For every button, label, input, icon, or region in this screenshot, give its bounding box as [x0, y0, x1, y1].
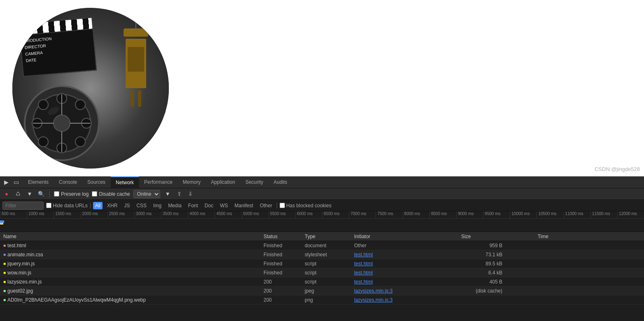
device-icon[interactable]: ▭ — [12, 178, 21, 186]
timeline-tick: 5500 ms — [268, 211, 295, 218]
filter-img-btn[interactable]: Img — [151, 202, 163, 209]
hide-data-urls-label[interactable]: Hide data URLs — [46, 203, 88, 209]
table-row[interactable]: ■animate.min.cssFinishedstylesheettest.h… — [0, 250, 644, 259]
file-name: jquery.min.js — [7, 261, 35, 267]
filter-js-btn[interactable]: JS — [122, 202, 132, 209]
preserve-log-checkbox[interactable] — [54, 191, 59, 197]
cell-type: document — [305, 243, 354, 248]
tab-console[interactable]: Console — [54, 176, 82, 188]
filter-css-btn[interactable]: CSS — [134, 202, 149, 209]
cell-name: ■lazysizes.min.js — [0, 279, 264, 285]
cell-status: Finished — [264, 243, 305, 248]
table-row[interactable]: ■wow.min.jsFinishedscripttest.html6.4 kB — [0, 268, 644, 277]
cell-initiator[interactable]: lazysizes.min.js:3 — [354, 297, 461, 303]
filter-doc-btn[interactable]: Doc — [203, 202, 215, 209]
cell-initiator[interactable]: test.html — [354, 270, 461, 276]
file-name: test.html — [7, 243, 26, 248]
tab-application[interactable]: Application — [206, 176, 240, 188]
cell-status: 200 — [264, 279, 305, 285]
filter-manifest-btn[interactable]: Manifest — [233, 202, 255, 209]
table-row[interactable]: ■AD0Im_P2BhAEGAAgsojEzAUoyvSs1AlwqwM4qgM… — [0, 295, 644, 305]
cell-type: script — [305, 270, 354, 276]
table-row[interactable]: ■lazysizes.min.js200scripttest.html405 B — [0, 277, 644, 286]
disable-cache-label[interactable]: Disable cache — [92, 191, 130, 197]
export-button[interactable]: ⇩ — [187, 190, 194, 198]
hide-data-urls-text: Hide data URLs — [53, 203, 88, 209]
table-row[interactable]: ■jquery.min.jsFinishedscripttest.html89.… — [0, 259, 644, 268]
timeline-marker-yellow — [0, 223, 3, 225]
clear-button[interactable]: ♺ — [14, 190, 22, 198]
cell-size: (disk cache) — [461, 288, 511, 294]
tab-network[interactable]: Network — [111, 176, 139, 188]
filter-media-btn[interactable]: Media — [166, 202, 184, 209]
timeline-tick: 11000 ms — [564, 211, 590, 218]
cell-name: ■AD0Im_P2BhAEGAAgsojEzAUoyvSs1AlwqwM4qgM… — [0, 297, 264, 303]
cell-size: 73.1 kB — [461, 252, 511, 258]
cell-type: jpeg — [305, 288, 354, 294]
timeline-tick: 8500 ms — [429, 211, 456, 218]
cell-type: script — [305, 261, 354, 267]
tab-bar: ▶ ▭ Elements Console Sources Network Per… — [0, 176, 644, 188]
col-header-time: Time — [511, 234, 552, 239]
record-button[interactable]: ● — [2, 190, 11, 198]
throttle-dropdown[interactable]: ▼ — [163, 190, 172, 198]
cell-size: 6.4 kB — [461, 270, 511, 276]
search-button[interactable]: 🔍 — [37, 190, 45, 198]
network-table: Name Status Type Initiator Size Time ■te… — [0, 232, 644, 321]
tab-performance[interactable]: Performance — [139, 176, 178, 188]
col-header-name: Name — [0, 234, 264, 239]
file-name: AD0Im_P2BhAEGAAgsojEzAUoyvSs1AlwqwM4qgM.… — [7, 297, 146, 303]
filter-icon-button[interactable]: ▼ — [26, 190, 34, 198]
col-header-size: Size — [461, 234, 511, 239]
timeline-tick: 500 ms — [0, 211, 27, 218]
file-icon: ■ — [3, 288, 6, 293]
cell-initiator[interactable]: lazysizes.min.js:3 — [354, 288, 461, 294]
tab-sources[interactable]: Sources — [82, 176, 111, 188]
timeline-tick: 9500 ms — [483, 211, 510, 218]
tab-security[interactable]: Security — [240, 176, 268, 188]
filter-xhr-btn[interactable]: XHR — [105, 202, 119, 209]
cell-initiator: Other — [354, 243, 461, 248]
file-icon: ■ — [3, 270, 6, 275]
cell-initiator[interactable]: test.html — [354, 279, 461, 285]
top-area: PRODUCTION DIRECTOR CAMERA DATE — [0, 0, 644, 176]
col-header-type: Type — [305, 234, 354, 239]
inspect-icon[interactable]: ▶ — [2, 178, 10, 186]
disable-cache-checkbox[interactable] — [92, 191, 97, 197]
timeline-tick: 12000 ms — [617, 211, 644, 218]
filter-all-btn[interactable]: All — [93, 202, 103, 209]
throttle-select[interactable]: Online — [133, 190, 160, 198]
filter-other-btn[interactable]: Other — [258, 202, 274, 209]
timeline-tick: 2000 ms — [81, 211, 107, 218]
file-name: guest02.jpg — [7, 288, 33, 294]
tab-audits[interactable]: Audits — [268, 176, 292, 188]
table-row[interactable]: ■guest02.jpg200jpeglazysizes.min.js:3(di… — [0, 286, 644, 295]
hide-data-urls-checkbox[interactable] — [46, 203, 51, 208]
table-row[interactable]: ■test.htmlFinisheddocumentOther959 B — [0, 241, 644, 250]
svg-point-9 — [75, 100, 85, 110]
filter-sep-1 — [90, 203, 91, 209]
cell-initiator[interactable]: test.html — [354, 252, 461, 258]
filter-ws-btn[interactable]: WS — [218, 202, 230, 209]
timeline-tick: 6000 ms — [295, 211, 322, 218]
timeline-tick: 9000 ms — [456, 211, 483, 218]
preserve-log-label[interactable]: Preserve log — [54, 191, 89, 197]
timeline-tick: 7500 ms — [376, 211, 402, 218]
import-button[interactable]: ⇧ — [175, 190, 183, 198]
filter-input[interactable] — [2, 202, 44, 210]
tab-memory[interactable]: Memory — [178, 176, 206, 188]
table-body: ■test.htmlFinisheddocumentOther959 B■ani… — [0, 241, 644, 305]
tab-elements[interactable]: Elements — [23, 176, 54, 188]
timeline-tick: 5000 ms — [242, 211, 268, 218]
timeline-tick: 2500 ms — [107, 211, 134, 218]
timeline-tick: 1000 ms — [27, 211, 54, 218]
timeline-tick: 8000 ms — [403, 211, 429, 218]
filter-font-btn[interactable]: Font — [186, 202, 200, 209]
blocked-cookies-checkbox[interactable] — [280, 203, 285, 208]
cell-initiator[interactable]: test.html — [354, 261, 461, 267]
timeline[interactable]: 500 ms1000 ms1500 ms2000 ms2500 ms3000 m… — [0, 211, 644, 232]
watermark: CSDN:@jingde528 — [595, 166, 640, 172]
timeline-tick: 4500 ms — [215, 211, 241, 218]
blocked-cookies-label[interactable]: Has blocked cookies — [280, 203, 331, 209]
disable-cache-text: Disable cache — [99, 191, 130, 197]
